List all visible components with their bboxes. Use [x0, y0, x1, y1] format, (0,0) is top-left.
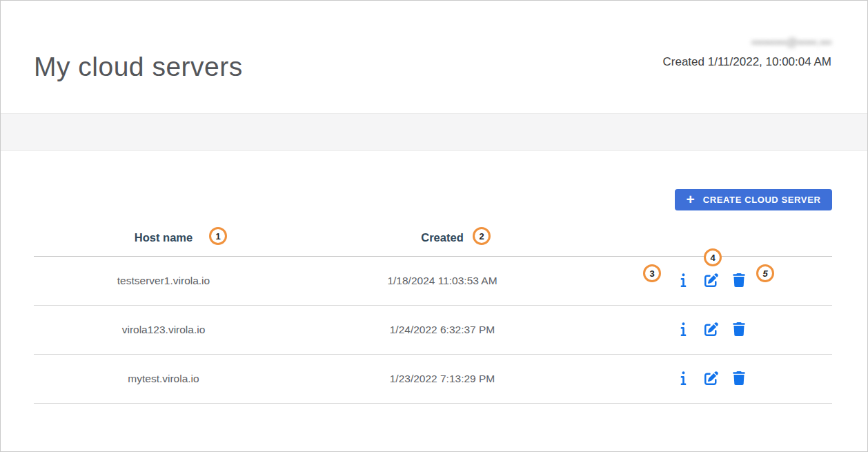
create-cloud-server-button[interactable]: + CREATE CLOUD SERVER	[675, 189, 832, 210]
account-created-date: Created 1/11/2022, 10:00:04 AM	[663, 55, 831, 69]
trash-icon	[733, 273, 745, 289]
server-edit-button[interactable]	[702, 272, 720, 290]
annotation-marker-4: 4	[704, 248, 722, 266]
cloud-servers-page: My cloud servers •••••••••@•••••.••• Cre…	[0, 0, 868, 452]
created-cell: 1/23/2022 7:13:29 PM	[293, 373, 591, 385]
table-row: mytest.virola.io 1/23/2022 7:13:29 PM	[34, 355, 832, 404]
servers-table: Host name Created testserver1.virola.io …	[34, 219, 832, 404]
server-delete-button[interactable]	[730, 370, 748, 388]
server-delete-button[interactable]	[730, 321, 748, 339]
server-edit-button[interactable]	[702, 321, 720, 339]
host-name-cell: virola123.virola.io	[34, 324, 293, 336]
info-icon	[680, 371, 687, 387]
server-info-button[interactable]	[674, 272, 692, 290]
created-cell: 1/24/2022 6:32:37 PM	[293, 324, 591, 336]
account-email-redacted: •••••••••@•••••.•••	[663, 37, 831, 49]
toolbar-band	[1, 113, 867, 151]
annotation-marker-5: 5	[756, 264, 774, 282]
server-delete-button[interactable]	[730, 272, 748, 290]
trash-icon	[733, 371, 745, 387]
create-cloud-server-label: CREATE CLOUD SERVER	[703, 195, 821, 205]
server-edit-button[interactable]	[702, 370, 720, 388]
plus-icon: +	[687, 192, 695, 206]
edit-icon	[704, 322, 718, 338]
host-name-cell: testserver1.virola.io	[34, 275, 293, 287]
server-info-button[interactable]	[674, 370, 692, 388]
account-info: •••••••••@•••••.••• Created 1/11/2022, 1…	[663, 37, 831, 69]
edit-icon	[704, 273, 718, 289]
host-name-cell: mytest.virola.io	[34, 373, 293, 385]
trash-icon	[733, 322, 745, 338]
annotation-marker-1: 1	[209, 227, 227, 245]
table-row: virola123.virola.io 1/24/2022 6:32:37 PM	[34, 306, 832, 355]
info-icon	[680, 322, 687, 338]
edit-icon	[704, 371, 718, 387]
info-icon	[680, 273, 687, 289]
column-header-host-name: Host name	[34, 231, 293, 244]
server-info-button[interactable]	[674, 321, 692, 339]
page-title: My cloud servers	[34, 52, 243, 82]
column-header-created: Created	[293, 231, 591, 244]
annotation-marker-2: 2	[473, 227, 491, 245]
annotation-marker-3: 3	[643, 264, 661, 282]
created-cell: 1/18/2024 11:03:53 AM	[293, 275, 591, 287]
